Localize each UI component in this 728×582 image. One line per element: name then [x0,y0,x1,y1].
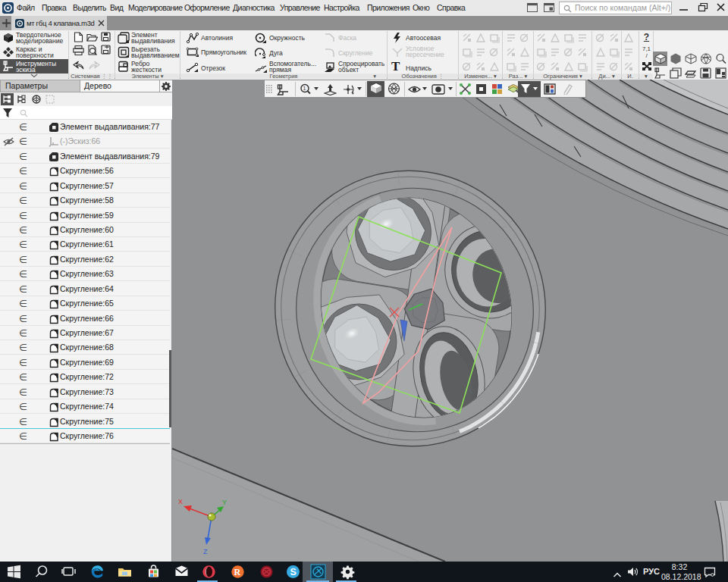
svg-text:Y: Y [222,499,227,506]
svg-text:R: R [234,567,241,577]
svg-text:Z: Z [203,548,208,555]
svg-text:X: X [178,498,183,505]
svg-text:S: S [290,567,297,577]
svg-text:1: 1 [303,86,306,91]
